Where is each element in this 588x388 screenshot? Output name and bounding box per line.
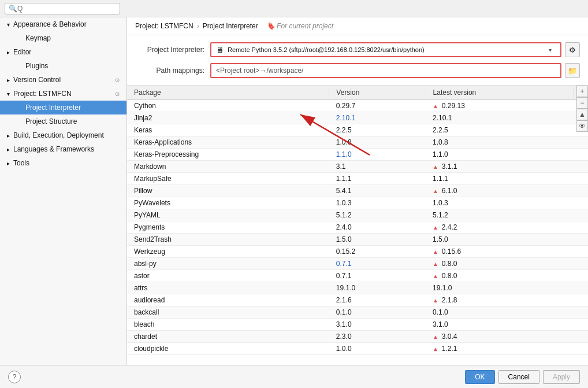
upgrade-arrow-icon: ▲: [433, 346, 440, 352]
table-row[interactable]: Jinja22.10.12.10.1: [127, 112, 588, 124]
table-row[interactable]: cloudpickle1.0.0▲ 1.2.1: [127, 343, 588, 355]
package-name: Keras-Preprocessing: [127, 149, 329, 161]
table-row[interactable]: absl-py0.7.1▲ 0.8.0: [127, 258, 588, 270]
table-row[interactable]: Pillow5.4.1▲ 6.1.0: [127, 185, 588, 197]
package-version: 0.29.7: [329, 100, 426, 112]
search-icon: 🔍: [9, 5, 17, 13]
table-row[interactable]: astor0.7.1▲ 0.8.0: [127, 270, 588, 282]
package-name: Cython: [127, 100, 329, 112]
package-latest-version: 1.5.0: [426, 234, 574, 246]
package-name: PyWavelets: [127, 197, 329, 209]
package-name: backcall: [127, 306, 329, 319]
table-row[interactable]: attrs19.1.019.1.0: [127, 282, 588, 294]
sidebar: ▾Appearance & BehaviorKeymap▸EditorPlugi…: [0, 17, 127, 365]
bottom-bar: ? OK Cancel Apply: [0, 365, 588, 388]
col-version: Version: [329, 86, 426, 100]
sidebar-item-label: Plugins: [25, 62, 48, 70]
cancel-button[interactable]: Cancel: [498, 370, 539, 384]
sidebar-item-version-control[interactable]: ▸Version Control⊙: [0, 73, 126, 87]
sidebar-item-project-lstmfcn[interactable]: ▾Project: LSTMFCN⊙: [0, 87, 126, 101]
upgrade-package-btn[interactable]: ▲: [576, 109, 588, 120]
add-package-btn[interactable]: +: [576, 86, 588, 97]
sidebar-item-languages-frameworks[interactable]: ▸Languages & Frameworks: [0, 142, 126, 156]
package-latest-version: ▲ 0.8.0: [426, 270, 574, 282]
sidebar-item-project-interpreter[interactable]: Project Interpreter: [0, 101, 126, 114]
help-button[interactable]: ?: [8, 371, 21, 383]
upgrade-arrow-icon: ▲: [433, 188, 440, 194]
table-row[interactable]: chardet2.3.0▲ 3.0.4: [127, 331, 588, 343]
sidebar-item-plugins[interactable]: Plugins: [0, 59, 126, 73]
upgrade-arrow-icon: ▲: [433, 103, 440, 109]
table-row[interactable]: Cython0.29.7▲ 0.29.13: [127, 100, 588, 112]
interpreter-dropdown[interactable]: 🖥 Remote Python 3.5.2 (sftp://root@192.1…: [210, 42, 561, 57]
table-row[interactable]: PyWavelets1.0.31.0.3: [127, 197, 588, 209]
upgrade-arrow-icon: ▲: [433, 249, 440, 255]
table-row[interactable]: bleach3.1.03.1.0: [127, 319, 588, 331]
upgrade-arrow-icon: ▲: [433, 224, 440, 231]
package-latest-version: ▲ 0.8.0: [426, 258, 574, 270]
interpreter-value-box: 🖥 Remote Python 3.5.2 (sftp://root@192.1…: [210, 42, 580, 57]
table-row[interactable]: Keras-Applications1.0.81.0.8: [127, 136, 588, 149]
table-row[interactable]: Send2Trash1.5.01.5.0: [127, 234, 588, 246]
package-name: chardet: [127, 331, 329, 343]
package-name: bleach: [127, 319, 329, 331]
apply-button[interactable]: Apply: [543, 370, 580, 384]
upgrade-arrow-icon: ▲: [433, 297, 440, 304]
table-row[interactable]: PyYAML5.1.25.1.2: [127, 209, 588, 221]
table-row[interactable]: Keras-Preprocessing1.1.01.1.0: [127, 149, 588, 161]
search-input[interactable]: [17, 5, 116, 13]
table-side-buttons: + − ▲ 👁: [576, 86, 588, 132]
package-latest-version: 3.1.0: [426, 319, 574, 331]
action-buttons: OK Cancel Apply: [465, 370, 580, 384]
breadcrumb-project: Project: LSTMFCN: [135, 22, 193, 30]
package-version: 5.4.1: [329, 185, 426, 197]
package-version: 2.2.5: [329, 124, 426, 136]
path-value-text: <Project root>→/workspace/: [216, 66, 303, 75]
package-version: 2.1.6: [329, 294, 426, 306]
interpreter-settings-btn[interactable]: ⚙: [565, 42, 580, 57]
interpreter-label: Project Interpreter:: [135, 46, 204, 54]
sidebar-item-tools[interactable]: ▸Tools: [0, 156, 126, 170]
sidebar-item-editor[interactable]: ▸Editor: [0, 45, 126, 59]
table-row[interactable]: backcall0.1.00.1.0: [127, 306, 588, 319]
path-mappings-label: Path mappings:: [135, 66, 204, 75]
table-row[interactable]: Keras2.2.52.2.5: [127, 124, 588, 136]
sidebar-item-appearance-behavior[interactable]: ▾Appearance & Behavior: [0, 17, 126, 31]
package-latest-version: 2.2.5: [426, 124, 574, 136]
package-name: Jinja2: [127, 112, 329, 124]
interpreter-icon: 🖥: [216, 45, 224, 54]
expand-arrow-icon: ▸: [7, 49, 10, 56]
table-row[interactable]: audioread2.1.6▲ 2.1.8: [127, 294, 588, 306]
package-latest-version: 1.1.1: [426, 173, 574, 185]
ok-button[interactable]: OK: [465, 370, 494, 384]
table-row[interactable]: Pygments2.4.0▲ 2.4.2: [127, 221, 588, 234]
package-version: 5.1.2: [329, 209, 426, 221]
col-latest-version: Latest version: [426, 86, 574, 100]
sidebar-item-label: Version Control: [13, 76, 61, 84]
remove-package-btn[interactable]: −: [576, 97, 588, 109]
path-folder-btn[interactable]: 📁: [565, 63, 580, 78]
eye-package-btn[interactable]: 👁: [576, 120, 588, 132]
package-version: 0.7.1: [329, 258, 426, 270]
path-input[interactable]: <Project root>→/workspace/: [210, 63, 561, 78]
search-box[interactable]: 🔍: [5, 3, 120, 14]
package-version: 3.1.0: [329, 319, 426, 331]
package-latest-version: ▲ 0.15.6: [426, 246, 574, 258]
chevron-down-icon: ▾: [544, 44, 556, 56]
package-name: Send2Trash: [127, 234, 329, 246]
package-latest-version: 1.1.0: [426, 149, 574, 161]
table-row[interactable]: MarkupSafe1.1.11.1.1: [127, 173, 588, 185]
sidebar-item-build-execution-deployment[interactable]: ▸Build, Execution, Deployment: [0, 128, 126, 142]
sidebar-item-keymap[interactable]: Keymap: [0, 31, 126, 45]
sidebar-item-label: Keymap: [25, 34, 51, 42]
breadcrumb-sep: ›: [197, 22, 199, 30]
settings-area: Project Interpreter: 🖥 Remote Python 3.5…: [127, 35, 588, 86]
sidebar-item-project-structure[interactable]: Project Structure: [0, 114, 126, 128]
package-latest-version: ▲ 6.1.0: [426, 185, 574, 197]
package-latest-version: 5.1.2: [426, 209, 574, 221]
table-row[interactable]: Werkzeug0.15.2▲ 0.15.6: [127, 246, 588, 258]
package-name: audioread: [127, 294, 329, 306]
table-row[interactable]: Markdown3.1▲ 3.1.1: [127, 161, 588, 173]
copy-icon: ⊙: [115, 77, 120, 83]
path-mappings-row: Path mappings: <Project root>→/workspace…: [135, 63, 580, 78]
